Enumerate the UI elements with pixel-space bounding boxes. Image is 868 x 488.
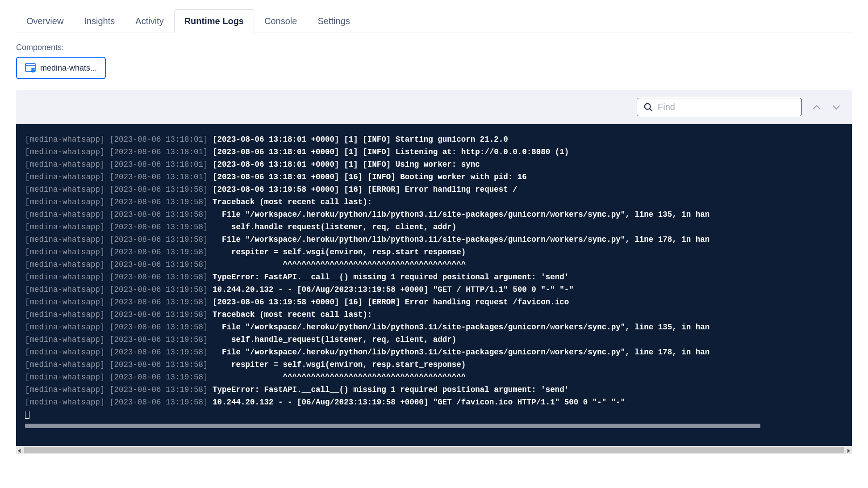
log-prefix: [medina-whatsapp] <box>25 398 109 407</box>
log-timestamp: [2023-08-06 13:19:58] <box>109 385 213 394</box>
log-content: 10.244.20.132 - - [06/Aug/2023:13:19:58 … <box>213 398 625 407</box>
log-prefix: [medina-whatsapp] <box>25 260 109 269</box>
log-line: [medina-whatsapp] [2023-08-06 13:19:58] … <box>16 383 852 396</box>
svg-marker-7 <box>18 449 21 453</box>
log-line: [medina-whatsapp] [2023-08-06 13:18:01] … <box>16 146 852 158</box>
tab-insights[interactable]: Insights <box>74 9 125 33</box>
log-line: [medina-whatsapp] [2023-08-06 13:19:58] … <box>16 246 852 258</box>
log-timestamp: [2023-08-06 13:18:01] <box>109 135 213 144</box>
log-timestamp: [2023-08-06 13:19:58] <box>109 398 213 407</box>
log-line: [medina-whatsapp] [2023-08-06 13:19:58] … <box>16 283 852 296</box>
log-prefix: [medina-whatsapp] <box>25 198 109 206</box>
tab-overview[interactable]: Overview <box>16 9 74 33</box>
log-line: [medina-whatsapp] [2023-08-06 13:19:58] … <box>16 321 852 333</box>
log-timestamp: [2023-08-06 13:18:01] <box>109 160 213 169</box>
cursor-icon <box>25 411 29 419</box>
log-content: TypeError: FastAPI.__call__() missing 1 … <box>213 273 569 282</box>
log-timestamp: [2023-08-06 13:19:58] <box>109 310 213 319</box>
log-line: [medina-whatsapp] [2023-08-06 13:18:01] … <box>16 158 852 171</box>
log-line: [medina-whatsapp] [2023-08-06 13:19:58] … <box>16 208 852 221</box>
log-content: [2023-08-06 13:18:01 +0000] [16] [INFO] … <box>213 172 527 181</box>
log-timestamp: [2023-08-06 13:19:58] <box>109 323 213 332</box>
log-prefix: [medina-whatsapp] <box>25 172 109 181</box>
tab-settings[interactable]: Settings <box>307 9 360 33</box>
log-line: [medina-whatsapp] [2023-08-06 13:18:01] … <box>16 133 852 146</box>
app-icon <box>25 63 36 73</box>
scrollbar-thumb[interactable] <box>24 447 844 453</box>
find-next-button[interactable] <box>831 102 841 112</box>
log-prefix: [medina-whatsapp] <box>25 135 109 144</box>
log-content: [2023-08-06 13:18:01 +0000] [1] [INFO] S… <box>213 135 508 144</box>
log-content: self.handle_request(listener, req, clien… <box>213 335 456 344</box>
log-timestamp: [2023-08-06 13:19:58] <box>109 348 213 357</box>
log-timestamp: [2023-08-06 13:19:58] <box>109 335 213 344</box>
log-line: [medina-whatsapp] [2023-08-06 13:19:58] … <box>16 258 852 271</box>
component-chip[interactable]: medina-whats... <box>16 57 106 79</box>
log-content: respiter = self.wsgi(environ, resp.start… <box>213 360 466 369</box>
log-timestamp: [2023-08-06 13:19:58] <box>109 285 213 294</box>
tab-activity[interactable]: Activity <box>125 9 174 33</box>
log-line: [medina-whatsapp] [2023-08-06 13:19:58] … <box>16 396 852 408</box>
log-timestamp: [2023-08-06 13:19:58] <box>109 373 213 382</box>
log-prefix: [medina-whatsapp] <box>25 298 109 307</box>
log-prefix: [medina-whatsapp] <box>25 160 109 169</box>
log-toolbar <box>16 90 852 124</box>
log-prefix: [medina-whatsapp] <box>25 373 109 382</box>
log-line: [medina-whatsapp] [2023-08-06 13:19:58] … <box>16 183 852 196</box>
log-line: [medina-whatsapp] [2023-08-06 13:19:58] … <box>16 296 852 308</box>
svg-line-6 <box>650 108 652 110</box>
log-line: [medina-whatsapp] [2023-08-06 13:18:01] … <box>16 171 852 183</box>
log-line: [medina-whatsapp] [2023-08-06 13:19:58] … <box>16 371 852 383</box>
log-content: [2023-08-06 13:19:58 +0000] [16] [ERROR]… <box>213 185 517 194</box>
find-box[interactable] <box>637 98 802 116</box>
log-timestamp: [2023-08-06 13:19:58] <box>109 248 213 257</box>
log-line: [medina-whatsapp] [2023-08-06 13:19:58] … <box>16 233 852 246</box>
log-content: [2023-08-06 13:18:01 +0000] [1] [INFO] L… <box>213 147 569 156</box>
log-viewer[interactable]: [medina-whatsapp] [2023-08-06 13:18:01] … <box>16 124 852 446</box>
log-content: File "/workspace/.heroku/python/lib/pyth… <box>213 210 709 219</box>
tab-console[interactable]: Console <box>254 9 307 33</box>
scroll-left-icon[interactable] <box>17 447 22 453</box>
log-prefix: [medina-whatsapp] <box>25 147 109 156</box>
tab-runtime-logs[interactable]: Runtime Logs <box>174 9 254 33</box>
log-prefix: [medina-whatsapp] <box>25 248 109 257</box>
log-content: Traceback (most recent call last): <box>213 198 372 206</box>
log-content: File "/workspace/.heroku/python/lib/pyth… <box>213 323 709 332</box>
components-label: Components: <box>16 43 852 52</box>
log-content: self.handle_request(listener, req, clien… <box>213 223 456 231</box>
log-prefix: [medina-whatsapp] <box>25 310 109 319</box>
log-line: [medina-whatsapp] [2023-08-06 13:19:58] … <box>16 358 852 371</box>
log-timestamp: [2023-08-06 13:19:58] <box>109 235 213 244</box>
log-content: ^^^^^^^^^^^^^^^^^^^^^^^^^^^^^^^^^^^^^^^ <box>213 373 466 382</box>
find-input[interactable] <box>658 102 795 112</box>
components-section: Components: medina-whats... <box>16 43 852 79</box>
find-prev-button[interactable] <box>812 102 822 112</box>
log-content: ^^^^^^^^^^^^^^^^^^^^^^^^^^^^^^^^^^^^^^^ <box>213 260 466 269</box>
log-inner-scrollbar[interactable] <box>25 424 760 428</box>
log-prefix: [medina-whatsapp] <box>25 385 109 394</box>
log-timestamp: [2023-08-06 13:19:58] <box>109 185 213 194</box>
log-timestamp: [2023-08-06 13:19:58] <box>109 298 213 307</box>
log-timestamp: [2023-08-06 13:19:58] <box>109 260 213 269</box>
log-content: 10.244.20.132 - - [06/Aug/2023:13:19:58 … <box>213 285 574 294</box>
svg-marker-8 <box>847 449 850 453</box>
svg-point-5 <box>645 103 651 109</box>
log-line: [medina-whatsapp] [2023-08-06 13:19:58] … <box>16 271 852 283</box>
log-timestamp: [2023-08-06 13:19:58] <box>109 198 213 206</box>
log-timestamp: [2023-08-06 13:19:58] <box>109 223 213 231</box>
log-content: File "/workspace/.heroku/python/lib/pyth… <box>213 348 709 357</box>
horizontal-scrollbar[interactable] <box>16 446 852 454</box>
search-icon <box>643 102 653 112</box>
log-timestamp: [2023-08-06 13:18:01] <box>109 147 213 156</box>
log-prefix: [medina-whatsapp] <box>25 323 109 332</box>
log-content: [2023-08-06 13:19:58 +0000] [16] [ERROR]… <box>213 298 569 307</box>
log-prefix: [medina-whatsapp] <box>25 210 109 219</box>
log-timestamp: [2023-08-06 13:18:01] <box>109 172 213 181</box>
log-line: [medina-whatsapp] [2023-08-06 13:19:58] … <box>16 221 852 233</box>
log-prefix: [medina-whatsapp] <box>25 360 109 369</box>
log-prefix: [medina-whatsapp] <box>25 348 109 357</box>
scroll-right-icon[interactable] <box>846 447 851 453</box>
log-content: [2023-08-06 13:18:01 +0000] [1] [INFO] U… <box>213 160 480 169</box>
log-timestamp: [2023-08-06 13:19:58] <box>109 210 213 219</box>
log-line: [medina-whatsapp] [2023-08-06 13:19:58] … <box>16 346 852 358</box>
